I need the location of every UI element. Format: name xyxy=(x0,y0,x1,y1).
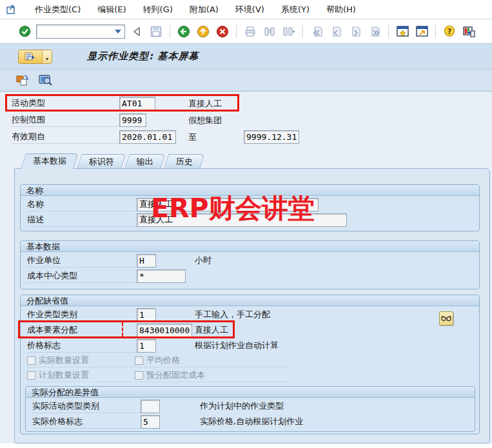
services-dropdown-icon[interactable]: ▾ xyxy=(42,50,52,63)
price-indicator-label: 价格标志 xyxy=(27,338,137,353)
name-row: 名称 xyxy=(27,197,473,211)
tab-basic-data[interactable]: 基本数据 xyxy=(21,153,79,169)
services-for-object-button[interactable]: ▾ xyxy=(18,50,52,64)
valid-from-field[interactable] xyxy=(119,130,176,144)
average-price-checkbox[interactable] xyxy=(135,356,143,365)
menu-item-system[interactable]: 系统(Y) xyxy=(281,4,310,15)
command-input[interactable] xyxy=(37,26,115,37)
toolbar-separator xyxy=(236,25,237,38)
cancel-button[interactable] xyxy=(215,24,230,39)
window-menu-icon[interactable] xyxy=(6,5,17,14)
find-icon xyxy=(264,26,275,37)
exit-button[interactable] xyxy=(195,24,211,39)
cost-center-type-field[interactable] xyxy=(137,269,186,283)
cancel-icon xyxy=(216,25,229,38)
basic-data-panel: 名称 名称 描述 基本数据 作业单位 小时 成本中心类型 xyxy=(14,168,490,443)
glasses-icon xyxy=(441,315,451,322)
new-session-icon xyxy=(397,26,409,37)
actual-quantity-set-label: 实际数量设置 xyxy=(39,355,89,366)
name-field[interactable] xyxy=(137,198,319,211)
display-change-button[interactable] xyxy=(14,73,31,88)
menu-item-activity-type[interactable]: 作业类型(C) xyxy=(35,4,81,15)
back-button[interactable] xyxy=(176,24,192,39)
tab-history[interactable]: 历史 xyxy=(164,154,204,168)
help-button[interactable]: ? xyxy=(442,24,457,39)
plan-quantity-set-checkbox[interactable] xyxy=(27,371,35,380)
activity-type-text: 直接人工 xyxy=(188,98,222,110)
checkbox-row-1: 实际数量设置 平均价格 xyxy=(27,354,473,367)
last-page-button[interactable] xyxy=(367,24,382,39)
page-title: 显示作业类型: 基本屏幕 xyxy=(87,50,199,63)
save-button[interactable] xyxy=(148,24,164,39)
activity-type-field[interactable] xyxy=(119,97,155,110)
activity-type-category-field[interactable] xyxy=(137,308,156,322)
actual-price-indicator-row: 实际价格标志 实际价格,自动根据计划作业 xyxy=(32,414,468,429)
shortcut-icon xyxy=(416,26,428,37)
description-label: 描述 xyxy=(27,213,137,227)
help-icon: ? xyxy=(444,25,455,37)
controlling-area-label: 控制范围 xyxy=(12,113,119,127)
cost-element-field[interactable] xyxy=(137,324,192,337)
menu-bar: 作业类型(C) 编辑(E) 转到(G) 附加(A) 环境(V) 系统(Y) 帮助… xyxy=(0,0,492,19)
tab-strip: 基本数据 标识符 输出 历史 xyxy=(0,153,492,168)
menu-item-environment[interactable]: 环境(V) xyxy=(235,4,264,15)
group-basic-data: 基本数据 作业单位 小时 成本中心类型 xyxy=(20,240,480,289)
collapse-command-button[interactable] xyxy=(129,24,144,39)
create-shortcut-button[interactable] xyxy=(414,24,429,39)
preallocated-fixed-cost-checkbox[interactable] xyxy=(135,371,143,380)
new-session-button[interactable] xyxy=(395,24,410,39)
command-dropdown-icon[interactable] xyxy=(115,30,121,34)
price-indicator-field[interactable] xyxy=(137,339,156,353)
actual-activity-type-category-field[interactable] xyxy=(141,400,160,413)
description-row: 描述 xyxy=(27,213,473,227)
find-next-button[interactable] xyxy=(281,24,297,39)
command-field[interactable] xyxy=(36,24,125,39)
menu-item-extras[interactable]: 附加(A) xyxy=(190,4,219,15)
actual-price-indicator-label: 实际价格标志 xyxy=(32,414,141,429)
find-button[interactable] xyxy=(262,24,277,39)
description-field[interactable] xyxy=(137,213,347,227)
actual-price-indicator-field[interactable] xyxy=(141,415,160,429)
toolbar-separator xyxy=(170,25,170,38)
first-page-button[interactable] xyxy=(309,24,324,39)
menu-item-goto[interactable]: 转到(G) xyxy=(143,4,173,15)
tab-output[interactable]: 输出 xyxy=(124,154,165,168)
customize-layout-button[interactable] xyxy=(461,24,477,39)
toolbar-separator xyxy=(388,25,389,38)
svg-text:?: ? xyxy=(448,27,452,36)
menu-item-help[interactable]: 帮助(H) xyxy=(326,4,356,15)
group-variance-title: 实际分配的差异值 xyxy=(26,387,475,398)
find-next-icon xyxy=(283,26,295,37)
enter-button[interactable] xyxy=(17,24,32,39)
name-label: 名称 xyxy=(27,197,137,211)
cost-element-row: 成本要素分配 直接人工 xyxy=(27,323,473,337)
sap-window: { "menu": { "items": [ { "label": "作业类型(… xyxy=(0,0,492,448)
activity-type-category-row: 作业类型类别 手工输入，手工分配 xyxy=(27,307,473,322)
check-icon xyxy=(19,25,31,37)
menu-item-edit[interactable]: 编辑(E) xyxy=(97,4,126,15)
exit-icon xyxy=(197,25,210,38)
group-alloc-title: 分配缺省值 xyxy=(21,295,479,306)
overview-button[interactable] xyxy=(37,73,54,88)
previous-page-icon xyxy=(331,26,342,37)
valid-to-field[interactable] xyxy=(244,130,299,144)
tab-indicators[interactable]: 标识符 xyxy=(77,154,126,168)
preallocated-fixed-cost-label: 预分配固定成本 xyxy=(146,369,205,381)
controlling-area-field[interactable] xyxy=(119,113,146,127)
controlling-area-text: 假想集团 xyxy=(188,115,222,126)
cost-element-label: 成本要素分配 xyxy=(27,323,137,337)
next-page-button[interactable] xyxy=(348,24,363,39)
actual-quantity-set-checkbox[interactable] xyxy=(27,356,35,365)
controlling-area-row: 控制范围 假想集团 xyxy=(12,113,492,127)
activity-unit-field[interactable] xyxy=(137,254,156,268)
actual-activity-type-category-text: 作为计划中的作业类型 xyxy=(200,400,284,412)
print-button[interactable] xyxy=(242,24,258,39)
toolbar-separator xyxy=(302,25,303,38)
previous-page-button[interactable] xyxy=(328,24,344,39)
cost-element-text: 直接人工 xyxy=(195,324,228,336)
back-icon xyxy=(177,25,190,38)
tab-zone: 基本数据 标识符 输出 历史 名称 名称 描述 基本数据 作业单位 小时 xyxy=(0,153,492,443)
header-fields: 活动类型 直接人工 控制范围 假想集团 有效期自 至 xyxy=(0,92,492,153)
display-glasses-button[interactable] xyxy=(439,311,453,326)
actual-activity-type-category-row: 实际活动类型类别 作为计划中的作业类型 xyxy=(32,399,468,413)
